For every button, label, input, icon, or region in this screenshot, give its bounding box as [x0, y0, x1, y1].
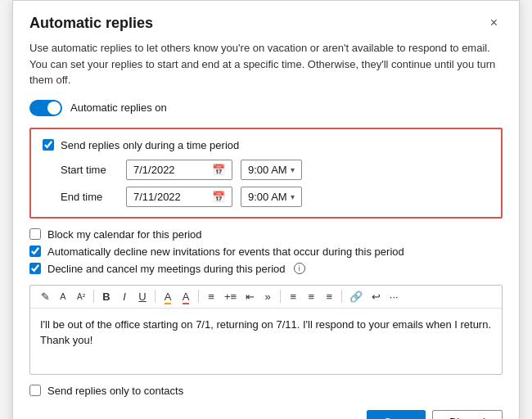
dialog-header: Automatic replies × [13, 1, 519, 40]
editor-box: ✎ A A² B I U A A ≡ +≡ ⇤ » ≡ [29, 285, 503, 375]
toolbar-quote-btn[interactable]: » [259, 289, 276, 304]
toolbar-italic-btn[interactable]: I [116, 289, 133, 304]
start-time-label: Start time [61, 164, 118, 176]
end-calendar-icon[interactable]: 📅 [212, 191, 225, 203]
end-date-input[interactable] [133, 191, 207, 203]
send-only-contacts-row: Send replies only to contacts [29, 385, 503, 397]
dialog-body: Use automatic replies to let others know… [13, 40, 519, 419]
time-period-label[interactable]: Send replies only during a time period [61, 139, 239, 151]
send-only-contacts-checkbox[interactable] [29, 385, 41, 396]
toolbar-align-right-btn[interactable]: ≡ [321, 289, 337, 304]
toolbar-underline-btn[interactable]: U [134, 289, 151, 304]
decline-meetings-checkbox[interactable] [29, 263, 41, 274]
toolbar-divider-1 [93, 290, 94, 303]
decline-invitations-row: Automatically decline new invitations fo… [29, 246, 503, 258]
block-calendar-checkbox[interactable] [29, 228, 41, 240]
toolbar-highlight-btn[interactable]: A [160, 289, 176, 304]
start-time-chevron: ▾ [291, 165, 295, 174]
start-date-input[interactable] [133, 164, 207, 176]
save-button[interactable]: Save [367, 410, 426, 420]
close-button[interactable]: × [485, 14, 503, 32]
decline-meetings-row: Decline and cancel my meetings during th… [29, 263, 503, 275]
start-time-row: Start time 📅 9:00 AM ▾ [43, 160, 489, 180]
toolbar-superscript-btn[interactable]: A² [73, 291, 89, 303]
toolbar-align-left-btn[interactable]: ≡ [285, 289, 301, 304]
toolbar-indent-btn[interactable]: ⇤ [241, 289, 258, 304]
dialog-title: Automatic replies [29, 15, 153, 32]
start-date-input-wrapper[interactable]: 📅 [126, 160, 232, 180]
time-period-box: Send replies only during a time period S… [29, 128, 503, 219]
decline-invitations-checkbox[interactable] [29, 246, 41, 257]
toggle-row: Automatic replies on [29, 100, 503, 116]
start-calendar-icon[interactable]: 📅 [212, 164, 225, 176]
toolbar-divider-4 [280, 290, 281, 303]
toggle-slider [29, 100, 62, 116]
block-calendar-row: Block my calendar for this period [29, 228, 503, 241]
toolbar-align-center-btn[interactable]: ≡ [303, 289, 319, 304]
time-period-checkbox[interactable] [43, 139, 54, 151]
time-period-checkbox-row: Send replies only during a time period [43, 139, 489, 151]
decline-meetings-label[interactable]: Decline and cancel my meetings during th… [47, 263, 286, 275]
toolbar-undo-btn[interactable]: ↩ [367, 289, 384, 304]
footer-buttons: Save Discard [29, 410, 503, 420]
end-time-value: 9:00 AM [248, 191, 287, 203]
toolbar-bold-btn[interactable]: B [98, 289, 115, 304]
editor-content[interactable]: I'll be out of the office starting on 7/… [30, 309, 502, 374]
automatic-replies-toggle[interactable] [29, 100, 62, 116]
description-text: Use automatic replies to let others know… [29, 40, 503, 88]
start-time-select[interactable]: 9:00 AM ▾ [241, 160, 302, 180]
toolbar-font-color-btn[interactable]: A [178, 289, 194, 304]
send-only-contacts-label[interactable]: Send replies only to contacts [47, 385, 183, 397]
toolbar-divider-5 [341, 290, 342, 303]
options-section: Block my calendar for this period Automa… [29, 228, 503, 275]
toolbar-numbering-btn[interactable]: +≡ [221, 289, 240, 304]
toolbar-bullets-btn[interactable]: ≡ [203, 289, 219, 304]
toolbar-divider-2 [155, 290, 156, 303]
toolbar-link-btn[interactable]: 🔗 [346, 289, 366, 304]
automatic-replies-dialog: Automatic replies × Use automatic replie… [12, 0, 520, 419]
toolbar-divider-3 [198, 290, 199, 303]
start-time-value: 9:00 AM [248, 164, 287, 176]
end-date-input-wrapper[interactable]: 📅 [126, 187, 232, 207]
toolbar-more-btn[interactable]: ··· [385, 289, 402, 304]
block-calendar-label[interactable]: Block my calendar for this period [47, 228, 202, 241]
end-time-row: End time 📅 9:00 AM ▾ [43, 187, 489, 207]
end-time-chevron: ▾ [291, 192, 295, 201]
discard-button[interactable]: Discard [432, 410, 503, 420]
toggle-label: Automatic replies on [70, 101, 167, 114]
decline-invitations-label[interactable]: Automatically decline new invitations fo… [47, 246, 404, 258]
toolbar-format-btn[interactable]: ✎ [37, 289, 53, 304]
end-time-select[interactable]: 9:00 AM ▾ [241, 187, 302, 207]
toolbar-font-size-btn[interactable]: A [55, 290, 71, 303]
info-icon[interactable]: i [294, 263, 305, 274]
end-time-label: End time [61, 191, 118, 203]
editor-toolbar: ✎ A A² B I U A A ≡ +≡ ⇤ » ≡ [30, 286, 502, 309]
